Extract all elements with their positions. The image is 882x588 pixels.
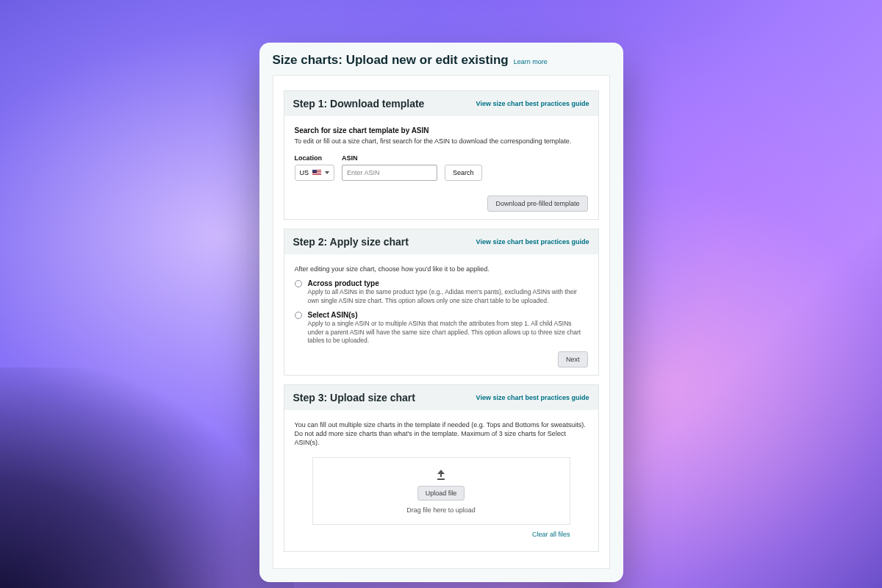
radio-label: Select ASIN(s) xyxy=(308,311,588,319)
next-row: Next xyxy=(295,351,588,368)
page-title: Size charts: Upload new or edit existing xyxy=(273,53,509,68)
clear-row: Clear all files xyxy=(295,531,588,541)
radio-label: Across product type xyxy=(308,279,588,287)
download-template-button[interactable]: Download pre-filled template xyxy=(487,196,587,212)
best-practices-link[interactable]: View size chart best practices guide xyxy=(476,394,589,401)
chevron-down-icon xyxy=(325,171,329,174)
step-3-header: Step 3: Upload size chart View size char… xyxy=(284,385,598,410)
asin-field: ASIN xyxy=(342,154,437,181)
location-field: Location US xyxy=(295,154,335,181)
step-2-body: After editing your size chart, choose ho… xyxy=(284,254,598,374)
step-3-title: Step 3: Upload size chart xyxy=(293,392,415,404)
location-select[interactable]: US xyxy=(295,165,335,181)
upload-file-button[interactable]: Upload file xyxy=(417,486,465,501)
us-flag-icon xyxy=(312,170,321,176)
radio-select-asins[interactable]: Select ASIN(s) Apply to a single ASIN or… xyxy=(295,311,588,345)
asin-input[interactable] xyxy=(342,165,437,181)
radio-desc: Apply to a single ASIN or to multiple AS… xyxy=(308,320,588,345)
step-3-body: You can fill out multiple size charts in… xyxy=(284,410,598,551)
step-container: Step 1: Download template View size char… xyxy=(273,75,610,569)
step-2-title: Step 2: Apply size chart xyxy=(293,236,409,248)
drag-hint-text: Drag file here to upload xyxy=(406,506,476,514)
best-practices-link[interactable]: View size chart best practices guide xyxy=(476,100,589,107)
clear-all-files-link[interactable]: Clear all files xyxy=(532,531,570,538)
location-label: Location xyxy=(295,154,335,162)
upload-icon xyxy=(436,470,446,480)
radio-text: Across product type Apply to all ASINs i… xyxy=(308,279,588,305)
radio-desc: Apply to all ASINs in the same product t… xyxy=(308,288,588,305)
step-3-intro: You can fill out multiple size charts in… xyxy=(295,420,588,447)
download-row: Download pre-filled template xyxy=(295,196,588,212)
asin-label: ASIN xyxy=(342,154,437,162)
step-2-header: Step 2: Apply size chart View size chart… xyxy=(284,229,598,254)
radio-icon xyxy=(295,280,302,287)
learn-more-link[interactable]: Learn more xyxy=(514,58,548,65)
app-window: Size charts: Upload new or edit existing… xyxy=(259,43,623,582)
radio-icon xyxy=(295,312,302,319)
location-value: US xyxy=(300,169,309,176)
step-1-header: Step 1: Download template View size char… xyxy=(284,91,598,116)
step-1-body: Search for size chart template by ASIN T… xyxy=(284,116,598,219)
search-heading: Search for size chart template by ASIN xyxy=(295,126,588,135)
search-button[interactable]: Search xyxy=(445,165,482,181)
radio-across-product-type[interactable]: Across product type Apply to all ASINs i… xyxy=(295,279,588,305)
best-practices-link[interactable]: View size chart best practices guide xyxy=(476,238,589,245)
radio-text: Select ASIN(s) Apply to a single ASIN or… xyxy=(308,311,588,345)
search-button-wrap: Search xyxy=(445,165,482,181)
search-sub: To edit or fill out a size chart, first … xyxy=(295,137,588,146)
upload-dropzone[interactable]: Upload file Drag file here to upload xyxy=(312,457,570,525)
step-2-intro: After editing your size chart, choose ho… xyxy=(295,265,588,273)
next-button[interactable]: Next xyxy=(558,351,588,368)
step-1-card: Step 1: Download template View size char… xyxy=(284,90,599,220)
step-3-card: Step 3: Upload size chart View size char… xyxy=(284,384,599,552)
search-form-row: Location US ASIN Search xyxy=(295,154,588,181)
page-title-row: Size charts: Upload new or edit existing… xyxy=(273,53,610,68)
step-2-card: Step 2: Apply size chart View size chart… xyxy=(284,229,599,375)
step-1-title: Step 1: Download template xyxy=(293,98,425,110)
